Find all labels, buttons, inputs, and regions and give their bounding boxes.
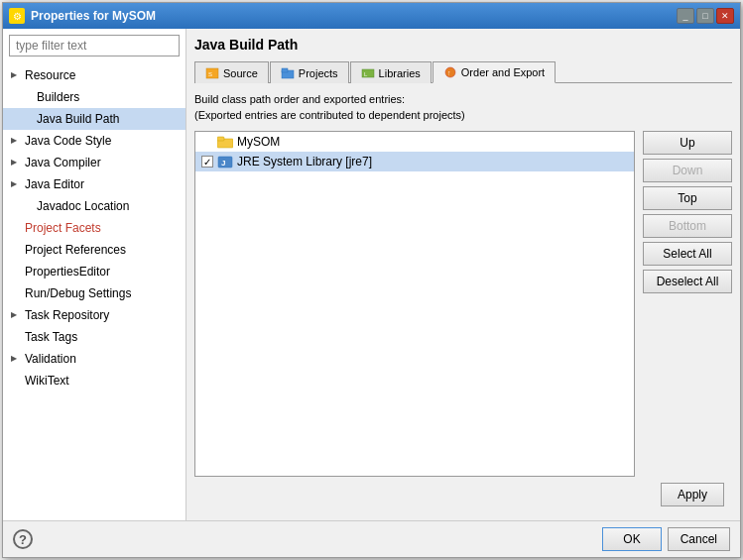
sidebar-item-wikitext[interactable]: WikiText (3, 370, 186, 392)
list-item[interactable]: ✓ J JRE System Library [jre7] (195, 152, 634, 171)
dialog-icon: ⚙ (9, 8, 25, 24)
library-icon: J (217, 156, 233, 168)
bottom-button[interactable]: Bottom (643, 214, 732, 238)
svg-rect-3 (282, 68, 288, 72)
expand-arrow: ▶ (11, 350, 21, 368)
sidebar-item-task-tags[interactable]: Task Tags (3, 326, 186, 348)
tab-order-export[interactable]: ↑ Order and Export (433, 61, 556, 83)
order-list[interactable]: MySOM ✓ J JRE System Library [jre7] (194, 131, 635, 477)
sidebar-item-java-compiler[interactable]: ▶ Java Compiler (3, 152, 186, 173)
expand-arrow: ▶ (11, 132, 21, 150)
right-panel: Java Build Path S Source Projects (186, 29, 740, 520)
sidebar-item-java-editor[interactable]: ▶ Java Editor (3, 173, 186, 195)
sidebar-item-label: Javadoc Location (37, 197, 129, 215)
footer-left: ? (13, 529, 33, 549)
down-button[interactable]: Down (643, 159, 732, 182)
tab-libraries[interactable]: L Libraries (350, 61, 432, 83)
side-buttons: Up Down Top Bottom Select All Deselect A… (643, 131, 732, 477)
title-bar-left: ⚙ Properties for MySOM (9, 8, 156, 24)
sidebar-item-validation[interactable]: ▶ Validation (3, 348, 186, 370)
sidebar-item-project-facets[interactable]: Project Facets (3, 217, 186, 239)
expand-arrow: ▶ (11, 175, 21, 193)
folder-icon (217, 136, 233, 149)
expand-arrow: ▶ (11, 66, 21, 84)
ok-button[interactable]: OK (602, 527, 661, 551)
sidebar-item-project-references[interactable]: Project References (3, 239, 186, 261)
title-bar: ⚙ Properties for MySOM _ □ ✕ (3, 3, 740, 29)
bottom-bar: Apply (194, 477, 732, 512)
maximize-button[interactable]: □ (696, 8, 714, 24)
sidebar-item-properties-editor[interactable]: PropertiesEditor (3, 261, 186, 282)
sidebar-item-java-code-style[interactable]: ▶ Java Code Style (3, 130, 186, 152)
sidebar-item-resource[interactable]: ▶ Resource (3, 64, 186, 86)
sidebar-item-builders[interactable]: Builders (3, 86, 186, 108)
tab-projects[interactable]: Projects (270, 61, 349, 83)
sidebar-item-label: Java Compiler (25, 154, 101, 171)
sidebar-item-label: Run/Debug Settings (25, 284, 131, 302)
dialog-body: ▶ Resource Builders Java Build Path ▶ Ja… (3, 29, 740, 520)
expand-arrow: ▶ (11, 154, 21, 171)
sidebar-item-label: Project References (25, 241, 126, 259)
svg-text:S: S (208, 71, 212, 77)
sidebar-item-label: Validation (25, 350, 76, 368)
dialog-footer: ? OK Cancel (3, 520, 740, 557)
footer-right: OK Cancel (602, 527, 730, 551)
sidebar-item-task-repository[interactable]: ▶ Task Repository (3, 304, 186, 326)
cancel-button[interactable]: Cancel (668, 527, 730, 551)
sidebar-item-run-debug[interactable]: Run/Debug Settings (3, 282, 186, 304)
up-button[interactable]: Up (643, 131, 732, 155)
content-area: MySOM ✓ J JRE System Library [jre7] Up (194, 131, 732, 477)
svg-rect-9 (217, 137, 224, 141)
expand-arrow: ▶ (11, 306, 21, 324)
help-button[interactable]: ? (13, 529, 33, 549)
sidebar-item-label: Task Tags (25, 328, 77, 346)
sidebar-item-label: PropertiesEditor (25, 263, 110, 280)
projects-icon (281, 67, 295, 79)
top-button[interactable]: Top (643, 186, 732, 210)
sidebar-item-java-build-path[interactable]: Java Build Path (3, 108, 186, 130)
filter-input[interactable] (9, 35, 180, 56)
sidebar-item-label: Java Build Path (37, 110, 119, 128)
dialog-title: Properties for MySOM (31, 9, 156, 23)
svg-text:J: J (221, 159, 225, 168)
tab-source[interactable]: S Source (194, 61, 269, 83)
apply-button[interactable]: Apply (661, 483, 724, 506)
tree-list: ▶ Resource Builders Java Build Path ▶ Ja… (3, 62, 186, 520)
order-export-icon: ↑ (443, 66, 457, 78)
page-title: Java Build Path (194, 37, 732, 53)
list-item[interactable]: MySOM (195, 132, 634, 152)
select-all-button[interactable]: Select All (643, 242, 732, 266)
sidebar-item-javadoc-location[interactable]: Javadoc Location (3, 195, 186, 217)
dialog-window: ⚙ Properties for MySOM _ □ ✕ ▶ Resource (2, 2, 741, 558)
description-text: Build class path order and exported entr… (194, 91, 732, 123)
tab-bar: S Source Projects L Librarie (194, 60, 732, 83)
list-checkbox[interactable]: ✓ (201, 156, 213, 168)
sidebar-item-label: Task Repository (25, 306, 109, 324)
sidebar-item-label: Resource (25, 66, 75, 84)
source-icon: S (205, 67, 219, 79)
libraries-icon: L (361, 67, 375, 79)
deselect-all-button[interactable]: Deselect All (643, 270, 732, 293)
minimize-button[interactable]: _ (677, 8, 694, 24)
sidebar-item-label: WikiText (25, 372, 69, 390)
sidebar-item-label: Java Code Style (25, 132, 111, 150)
svg-text:↑: ↑ (447, 69, 451, 76)
sidebar-item-label: Builders (37, 88, 79, 106)
left-panel: ▶ Resource Builders Java Build Path ▶ Ja… (3, 29, 186, 520)
sidebar-item-label: Project Facets (25, 219, 101, 237)
close-button[interactable]: ✕ (716, 8, 734, 24)
sidebar-item-label: Java Editor (25, 175, 84, 193)
window-controls: _ □ ✕ (677, 8, 734, 24)
